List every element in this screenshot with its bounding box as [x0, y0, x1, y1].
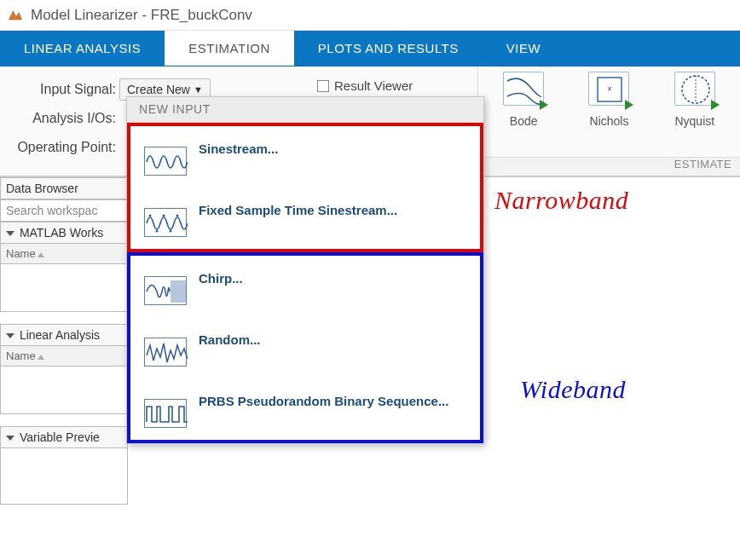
operating-point-label: Operating Point:	[0, 140, 119, 155]
menu-chirp[interactable]: Chirp...	[136, 257, 475, 319]
svg-point-6	[170, 230, 172, 233]
svg-text:×: ×	[608, 84, 613, 94]
result-viewer-label: Result Viewer	[334, 78, 413, 93]
svg-point-7	[176, 215, 179, 217]
svg-point-4	[156, 230, 159, 233]
menu-fixed-sinestream-label: Fixed Sample Time Sinestream...	[199, 203, 397, 217]
vp-body[interactable]	[0, 448, 128, 505]
nyquist-button[interactable]: Nyquist	[658, 72, 731, 128]
menu-sinestream[interactable]: Sinestream...	[136, 128, 475, 189]
nyquist-label: Nyquist	[674, 114, 714, 128]
menu-prbs-label: PRBS Pseudorandom Binary Sequence...	[199, 394, 448, 408]
input-signal-label: Input Signal:	[0, 82, 119, 97]
checkbox-icon	[317, 80, 329, 92]
caret-down-icon: ▼	[194, 84, 203, 95]
create-new-label: Create New	[127, 83, 190, 96]
collapse-icon	[6, 333, 14, 338]
menu-prbs[interactable]: PRBS Pseudorandom Binary Sequence...	[136, 380, 475, 442]
menu-sinestream-label: Sinestream...	[199, 141, 278, 156]
collapse-icon	[6, 436, 14, 441]
nyquist-icon	[674, 72, 715, 106]
window-titlebar: Model Linearizer - FRE_buckConv	[0, 0, 740, 31]
bode-label: Bode	[510, 114, 538, 128]
plot-buttons: Bode × Nichols Nyquist	[478, 66, 740, 157]
result-viewer-toggle[interactable]: Result Viewer	[317, 78, 413, 93]
new-input-dropdown: NEW INPUT Sinestream... Fixed Sample Tim…	[126, 96, 484, 444]
tab-linear-analysis[interactable]: LINEAR ANALYSIS	[0, 31, 165, 66]
left-panel-column: Data Browser Search workspac MATLAB Work…	[0, 177, 128, 505]
la-name-column[interactable]: Name	[0, 346, 128, 367]
tab-estimation[interactable]: ESTIMATION	[165, 31, 294, 66]
prbs-icon	[144, 399, 187, 428]
play-overlay-icon	[711, 100, 720, 110]
toolstrip-right: Bode × Nichols Nyquist ESTIMATE	[477, 66, 740, 176]
fixed-sinestream-icon	[144, 208, 187, 237]
window-title: Model Linearizer - FRE_buckConv	[31, 7, 252, 24]
svg-point-5	[163, 215, 165, 217]
toolstrip-tabs: LINEAR ANALYSIS ESTIMATION PLOTS AND RES…	[0, 31, 740, 66]
linear-analysis-header[interactable]: Linear Analysis	[0, 324, 128, 346]
collapse-icon	[6, 231, 14, 236]
annot-narrowband: Narrowband	[494, 186, 628, 215]
variable-preview-header[interactable]: Variable Previe	[0, 426, 128, 448]
play-overlay-icon	[625, 100, 633, 110]
svg-rect-8	[171, 280, 186, 303]
tab-plots-and-results[interactable]: PLOTS AND RESULTS	[294, 31, 483, 66]
ws-name-column[interactable]: Name	[0, 244, 128, 264]
play-overlay-icon	[540, 100, 548, 110]
menu-random-label: Random...	[199, 332, 261, 347]
sinestream-icon	[144, 147, 187, 176]
analysis-ios-label: Analysis I/Os:	[0, 111, 119, 126]
data-browser-header[interactable]: Data Browser	[0, 177, 128, 199]
matlab-logo-icon	[7, 7, 24, 24]
tab-view[interactable]: VIEW	[483, 31, 564, 66]
chirp-icon	[144, 276, 187, 305]
menu-random[interactable]: Random...	[136, 319, 475, 380]
dropdown-header: NEW INPUT	[127, 97, 483, 123]
search-workspace-input[interactable]: Search workspac	[0, 199, 128, 222]
menu-fixed-sinestream[interactable]: Fixed Sample Time Sinestream...	[136, 189, 475, 251]
annot-wideband: Wideband	[520, 375, 626, 404]
svg-point-3	[149, 215, 152, 217]
bode-icon	[503, 72, 544, 106]
dropdown-group-narrowband: Sinestream... Fixed Sample Time Sinestre…	[127, 123, 483, 252]
sort-asc-icon	[38, 252, 44, 257]
nichols-icon: ×	[588, 72, 629, 106]
menu-chirp-label: Chirp...	[199, 271, 243, 286]
nichols-button[interactable]: × Nichols	[572, 72, 645, 128]
random-icon	[144, 338, 187, 367]
nichols-label: Nichols	[590, 114, 629, 128]
matlab-workspace-header[interactable]: MATLAB Works	[0, 222, 128, 244]
dropdown-group-wideband: Chirp... Random... PRBS Pseudorandom Bin…	[127, 252, 483, 443]
bode-button[interactable]: Bode	[487, 72, 560, 128]
ws-table-body[interactable]	[0, 264, 128, 312]
sort-asc-icon	[38, 355, 44, 360]
toolstrip-group-label: ESTIMATE	[478, 157, 740, 176]
la-table-body[interactable]	[0, 367, 128, 414]
